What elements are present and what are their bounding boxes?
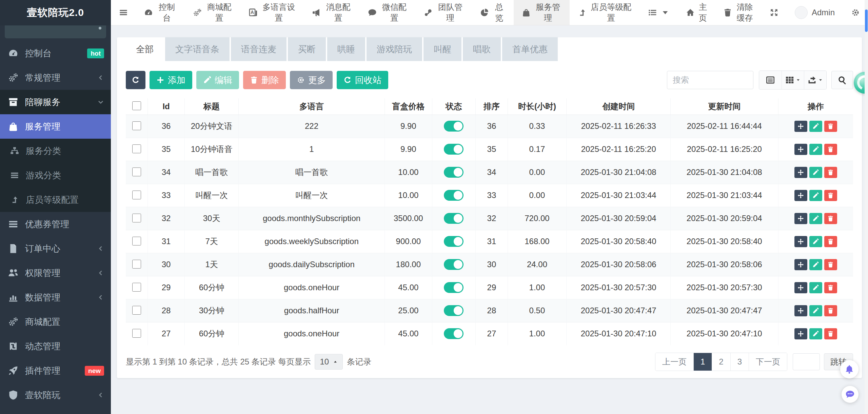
status-toggle[interactable] (444, 144, 463, 155)
tab-sing[interactable]: 唱歌 (463, 37, 501, 61)
columns-button[interactable] (782, 71, 804, 89)
prev-page-button[interactable]: 上一页 (655, 353, 693, 371)
jump-page-input[interactable] (793, 353, 820, 370)
row-delete-button[interactable] (824, 328, 837, 339)
toggle-pagination-button[interactable] (759, 71, 782, 89)
nav-item-service-mgmt[interactable]: 服务管理 (514, 0, 570, 25)
row-move-button[interactable] (794, 305, 807, 316)
row-edit-button[interactable] (809, 236, 822, 247)
row-delete-button[interactable] (824, 282, 837, 293)
row-delete-button[interactable] (824, 236, 837, 247)
row-checkbox[interactable] (132, 214, 141, 222)
sidebar-item-game-cat[interactable]: 游戏分类 (0, 163, 111, 188)
row-move-button[interactable] (794, 282, 807, 293)
row-edit-button[interactable] (809, 121, 822, 132)
tab-wakeup[interactable]: 叫醒 (423, 37, 461, 61)
sidebar-item-permissions[interactable]: 权限管理 (0, 261, 111, 285)
row-edit-button[interactable] (809, 305, 822, 316)
row-edit-button[interactable] (809, 190, 822, 201)
sidebar-search-input[interactable] (5, 25, 106, 38)
row-edit-button[interactable] (809, 167, 822, 178)
row-checkbox[interactable] (132, 121, 141, 130)
search-button[interactable] (831, 71, 853, 89)
row-checkbox[interactable] (132, 283, 141, 292)
status-toggle[interactable] (444, 282, 463, 293)
row-move-button[interactable] (794, 190, 807, 201)
tab-sleep[interactable]: 哄睡 (327, 37, 365, 61)
row-checkbox[interactable] (132, 237, 141, 245)
sidebar-item-clerk-level[interactable]: 店员等级配置 (0, 188, 111, 212)
nav-home-button[interactable]: 主页 (678, 0, 715, 25)
row-edit-button[interactable] (809, 144, 822, 155)
sidebar-toggle-button[interactable] (111, 0, 136, 25)
status-toggle[interactable] (444, 167, 463, 178)
page-button-2[interactable]: 2 (712, 353, 730, 371)
row-edit-button[interactable] (809, 282, 822, 293)
sidebar-item-dashboard[interactable]: 控制台hot (0, 41, 111, 65)
next-page-button[interactable]: 下一页 (749, 353, 787, 371)
row-checkbox[interactable] (132, 306, 141, 315)
row-delete-button[interactable] (824, 167, 837, 178)
more-button[interactable]: 更多 (290, 71, 333, 89)
per-page-select[interactable]: 10 (315, 354, 343, 370)
nav-item-mall-config[interactable]: 商城配置 (185, 0, 241, 25)
row-move-button[interactable] (794, 236, 807, 247)
status-toggle[interactable] (444, 213, 463, 224)
add-button[interactable]: 添加 (150, 71, 192, 89)
tab-text-voice[interactable]: 文字语音条 (165, 37, 230, 61)
page-button-3[interactable]: 3 (730, 353, 749, 371)
tab-buyout[interactable]: 买断 (288, 37, 326, 61)
status-toggle[interactable] (444, 121, 463, 132)
status-toggle[interactable] (444, 190, 463, 201)
sidebar-item-general[interactable]: 常规管理 (0, 65, 111, 90)
recycle-bin-button[interactable]: 回收站 (337, 71, 388, 89)
row-checkbox[interactable] (132, 329, 141, 338)
row-delete-button[interactable] (824, 144, 837, 155)
nav-item-languages[interactable]: 多语言设置 (241, 0, 304, 25)
row-move-button[interactable] (794, 328, 807, 339)
sidebar-item-service-mgmt[interactable]: 服务管理 (0, 114, 111, 139)
scrollbar-thumb[interactable] (865, 9, 868, 32)
row-edit-button[interactable] (809, 328, 822, 339)
row-delete-button[interactable] (824, 190, 837, 201)
row-edit-button[interactable] (809, 213, 822, 224)
sidebar-item-service-cat[interactable]: 服务分类 (0, 139, 111, 163)
nav-item-messages[interactable]: 消息配置 (304, 0, 360, 25)
nav-item-team[interactable]: 团队管理 (416, 0, 472, 25)
row-edit-button[interactable] (809, 259, 822, 270)
tab-voice-mic[interactable]: 语音连麦 (231, 37, 287, 61)
nav-settings-button[interactable] (843, 0, 868, 25)
row-delete-button[interactable] (824, 213, 837, 224)
sidebar-item-coupons[interactable]: 优惠券管理 (0, 212, 111, 236)
search-input[interactable] (667, 71, 753, 89)
nav-item-wechat[interactable]: 微信配置 (360, 0, 416, 25)
sidebar-item-data-mgmt[interactable]: 数据管理 (0, 285, 111, 310)
row-delete-button[interactable] (824, 259, 837, 270)
nav-clear-cache-button[interactable]: 清除缓存 (715, 0, 762, 25)
sidebar-item-plugins[interactable]: 插件管理new (0, 358, 111, 383)
row-move-button[interactable] (794, 144, 807, 155)
row-checkbox[interactable] (132, 260, 141, 269)
nav-fullscreen-button[interactable] (762, 0, 787, 25)
status-toggle[interactable] (444, 259, 463, 270)
row-checkbox[interactable] (132, 167, 141, 176)
sidebar-item-chat-services[interactable]: 陪聊服务 (0, 90, 111, 114)
nav-item-console[interactable]: 控制台 (136, 0, 185, 25)
row-move-button[interactable] (794, 259, 807, 270)
select-all-checkbox[interactable] (132, 101, 141, 110)
sidebar-item-yiruan[interactable]: 壹软陪玩 (0, 383, 111, 407)
row-delete-button[interactable] (824, 121, 837, 132)
status-toggle[interactable] (444, 236, 463, 247)
sidebar-item-mall-config[interactable]: 商城配置 (0, 310, 111, 334)
export-button[interactable] (804, 71, 826, 89)
row-checkbox[interactable] (132, 144, 141, 153)
row-delete-button[interactable] (824, 305, 837, 316)
refresh-button[interactable] (126, 71, 145, 89)
tab-all[interactable]: 全部 (126, 37, 164, 61)
page-button-1[interactable]: 1 (693, 353, 712, 371)
edit-button[interactable]: 编辑 (196, 71, 239, 89)
nav-user-menu[interactable]: Admin (787, 0, 843, 25)
row-move-button[interactable] (794, 167, 807, 178)
status-toggle[interactable] (444, 305, 463, 316)
sidebar-item-orders[interactable]: 订单中心 (0, 236, 111, 261)
